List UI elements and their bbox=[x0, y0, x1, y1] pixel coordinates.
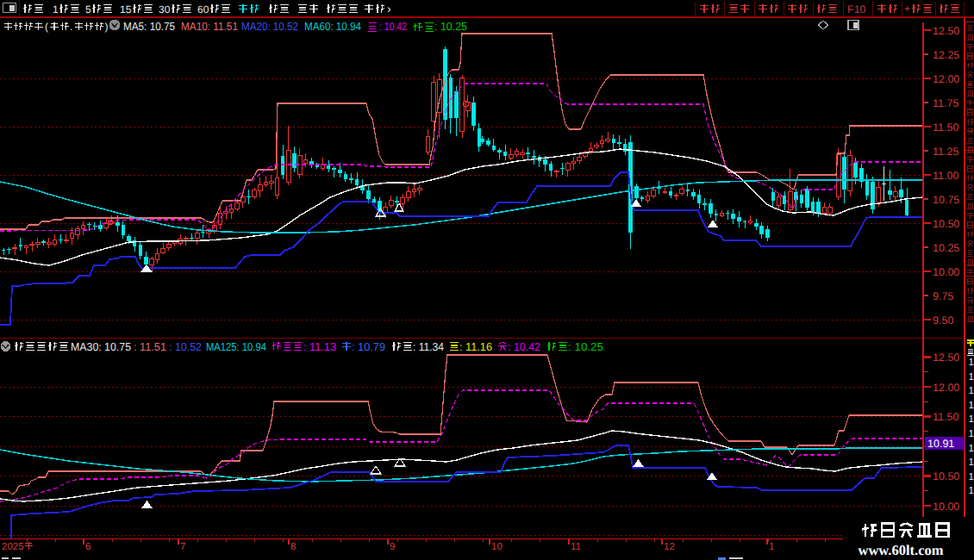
svg-text:12.50: 12.50 bbox=[933, 352, 959, 364]
svg-text:12.50: 12.50 bbox=[933, 25, 959, 37]
svg-text:10.00: 10.00 bbox=[933, 266, 959, 278]
svg-text:: 10.79: : 10.79 bbox=[352, 340, 385, 353]
svg-text:: 10.42: : 10.42 bbox=[508, 340, 540, 353]
svg-text:2025: 2025 bbox=[2, 542, 24, 552]
svg-text:11.50: 11.50 bbox=[933, 411, 958, 423]
svg-text:15: 15 bbox=[120, 3, 132, 16]
svg-text:10.00: 10.00 bbox=[933, 501, 959, 513]
svg-text:1: 1 bbox=[969, 414, 974, 425]
svg-text:: 11.34: : 11.34 bbox=[413, 340, 444, 353]
svg-text:6: 6 bbox=[85, 542, 91, 552]
svg-text:1: 1 bbox=[969, 444, 974, 454]
svg-text:(: ( bbox=[45, 21, 48, 33]
svg-text:10: 10 bbox=[491, 542, 503, 552]
svg-text:11.00: 11.00 bbox=[933, 170, 958, 182]
svg-text:.: . bbox=[70, 21, 72, 33]
svg-text:12.25: 12.25 bbox=[933, 49, 959, 61]
svg-text:: 10.42: : 10.42 bbox=[379, 20, 407, 33]
svg-text:11.25: 11.25 bbox=[933, 146, 958, 158]
svg-text:12.00: 12.00 bbox=[933, 73, 959, 85]
svg-text:1: 1 bbox=[969, 372, 974, 383]
svg-text:1: 1 bbox=[969, 472, 974, 482]
svg-text:7: 7 bbox=[180, 542, 185, 552]
svg-text:10.25: 10.25 bbox=[933, 242, 959, 254]
svg-text:5: 5 bbox=[85, 3, 91, 16]
svg-text:12: 12 bbox=[664, 542, 675, 552]
svg-text:1: 1 bbox=[969, 429, 974, 439]
svg-text:: 11.16: : 11.16 bbox=[459, 340, 492, 353]
svg-text:10.91: 10.91 bbox=[927, 438, 954, 450]
svg-text:F10: F10 bbox=[847, 3, 866, 16]
svg-text:1: 1 bbox=[969, 486, 974, 496]
svg-text:MA125: 10.94: MA125: 10.94 bbox=[206, 340, 266, 353]
svg-text:: 10.25: : 10.25 bbox=[434, 20, 467, 33]
svg-text:MA30: 10.75: MA30: 10.75 bbox=[71, 340, 131, 353]
svg-text:1: 1 bbox=[969, 358, 974, 368]
svg-text:›: › bbox=[387, 2, 391, 16]
svg-text:+: + bbox=[904, 3, 910, 15]
svg-text:8: 8 bbox=[290, 542, 296, 552]
svg-text:11.50: 11.50 bbox=[933, 121, 958, 134]
svg-text:10.50: 10.50 bbox=[933, 218, 959, 230]
svg-text:MA5: 10.75: MA5: 10.75 bbox=[123, 20, 175, 33]
svg-text:10.50: 10.50 bbox=[933, 470, 959, 482]
svg-text:60: 60 bbox=[197, 3, 209, 16]
svg-text:: 10.52: : 10.52 bbox=[169, 340, 202, 353]
svg-text:): ) bbox=[105, 21, 109, 33]
svg-text:11: 11 bbox=[571, 542, 581, 552]
svg-text:9.50: 9.50 bbox=[933, 314, 953, 327]
svg-text:11.75: 11.75 bbox=[933, 97, 958, 109]
svg-text:12.00: 12.00 bbox=[933, 382, 959, 394]
svg-text:10.75: 10.75 bbox=[933, 194, 959, 206]
svg-text:: 11.13: : 11.13 bbox=[303, 340, 336, 353]
svg-text:9: 9 bbox=[390, 542, 395, 552]
svg-text:MA60: 10.94: MA60: 10.94 bbox=[304, 20, 361, 33]
svg-text:1: 1 bbox=[969, 457, 974, 468]
svg-text:30: 30 bbox=[159, 3, 171, 16]
svg-text:1: 1 bbox=[969, 401, 974, 411]
svg-text:9.75: 9.75 bbox=[933, 290, 953, 302]
svg-text:: 11.51: : 11.51 bbox=[134, 340, 166, 353]
svg-text:MA10: 11.51: MA10: 11.51 bbox=[181, 20, 238, 33]
svg-text:: 10.25: : 10.25 bbox=[568, 340, 603, 353]
svg-text:1: 1 bbox=[969, 386, 974, 396]
svg-text:1: 1 bbox=[53, 3, 59, 16]
svg-text:MA20: 10.52: MA20: 10.52 bbox=[241, 20, 298, 33]
svg-text:1: 1 bbox=[769, 542, 774, 552]
svg-text:www.60lt.com: www.60lt.com bbox=[858, 542, 944, 558]
